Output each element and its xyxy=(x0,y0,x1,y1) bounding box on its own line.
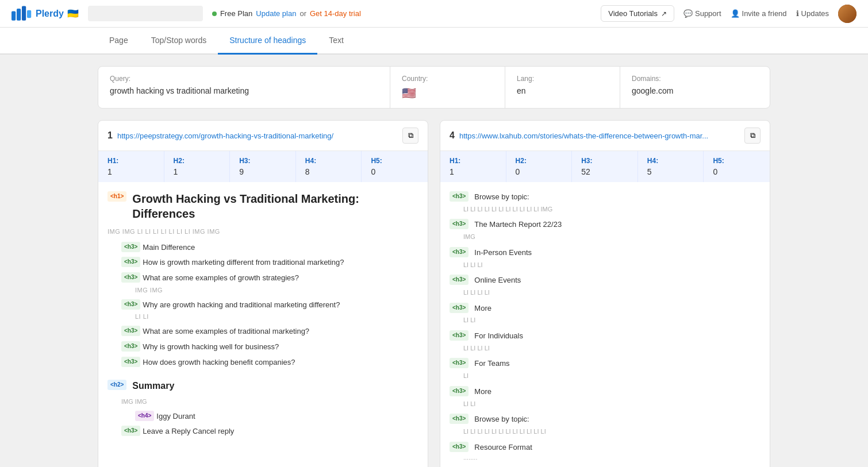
h1-text: Growth Hacking vs Traditional Marketing:… xyxy=(132,191,418,221)
h4-item-1: <h4> Iggy Durant xyxy=(135,411,418,423)
card-4-h-stats: H1: 1 H2: 0 H3: 52 H4: 5 H5: 0 xyxy=(440,151,770,182)
tab-structure[interactable]: Structure of headings xyxy=(218,28,317,55)
h3-last: <h3> Leave a Reply Cancel reply xyxy=(121,426,418,438)
country-label: Country: xyxy=(402,75,493,83)
card4-h3-9: <h3> Browse by topic: LI LI LI LI LI LI … xyxy=(450,414,761,437)
tab-text[interactable]: Text xyxy=(317,28,355,55)
trial-link[interactable]: Get 14-day trial xyxy=(310,9,361,18)
lang-text: en xyxy=(517,86,526,95)
query-text: growth hacking vs traditional marketing xyxy=(110,86,249,95)
support-link[interactable]: 💬 Support xyxy=(683,9,721,18)
logo[interactable]: Plerdy 🇺🇦 xyxy=(11,6,79,22)
invite-link[interactable]: 👤 Invite a friend xyxy=(731,9,787,18)
h3-item-7: <h3> How does growth hacking benefit com… xyxy=(121,357,418,369)
card4-h3-5: <h3> More LI LI xyxy=(450,303,761,326)
query-value: growth hacking vs traditional marketing xyxy=(110,86,378,95)
logo-text: Plerdy xyxy=(36,9,64,19)
h3-item-1: <h3> Main Difference xyxy=(121,242,418,254)
h3-item-6: <h3> Why is growth hacking well for busi… xyxy=(121,341,418,353)
tab-page[interactable]: Page xyxy=(98,28,140,55)
plan-info: Free Plan Update plan or Get 14-day tria… xyxy=(212,9,361,18)
card-1-url[interactable]: https://peepstrategy.com/growth-hacking-… xyxy=(117,132,398,140)
updates-icon: ℹ xyxy=(796,9,799,18)
card-1-copy-button[interactable]: ⧉ xyxy=(402,128,418,144)
card4-h2-stat: H2: 0 xyxy=(506,151,573,182)
svg-rect-3 xyxy=(27,10,31,18)
video-tutorials-label: Video Tutorials xyxy=(608,9,658,18)
card4-h5-stat: H5: 0 xyxy=(704,151,770,182)
domains-text: google.com xyxy=(632,86,673,95)
domains-section: Domains: google.com xyxy=(620,67,770,108)
cards-row: 1 https://peepstrategy.com/growth-hackin… xyxy=(98,120,770,467)
plan-text: Free Plan xyxy=(220,9,252,18)
h3-item-4: <h3> Why are growth hacking and traditio… xyxy=(107,299,418,322)
country-section: Country: 🇺🇸 xyxy=(390,67,505,108)
card-1-header: 1 https://peepstrategy.com/growth-hackin… xyxy=(98,121,428,151)
update-plan-link[interactable]: Update plan xyxy=(256,9,296,18)
country-flag: 🇺🇸 xyxy=(402,86,416,100)
svg-rect-1 xyxy=(17,9,21,21)
updates-link[interactable]: ℹ Updates xyxy=(796,9,829,18)
h3-item-5: <h3> What are some examples of tradition… xyxy=(121,326,418,338)
card-4-copy-button[interactable]: ⧉ xyxy=(744,128,761,144)
h1-tag: <h1> xyxy=(107,191,126,202)
support-label: Support xyxy=(695,9,721,18)
h4-stat: H4: 8 xyxy=(296,151,362,182)
copy-icon-4: ⧉ xyxy=(750,131,755,140)
card-1-content: <h1> Growth Hacking vs Traditional Marke… xyxy=(98,182,428,448)
domains-label: Domains: xyxy=(632,75,758,83)
h1-block: <h1> Growth Hacking vs Traditional Marke… xyxy=(107,191,418,237)
updates-label: Updates xyxy=(801,9,829,18)
h1-stat: H1: 1 xyxy=(98,151,164,182)
logo-icon xyxy=(11,6,32,22)
card4-h3-7: <h3> For Teams LI xyxy=(450,358,761,381)
copy-icon: ⧉ xyxy=(408,131,413,140)
invite-label: Invite a friend xyxy=(742,9,787,18)
h1-meta: IMG IMG LI LI LI LI LI LI LI IMG IMG xyxy=(107,227,418,237)
card-1-number: 1 xyxy=(107,130,113,141)
ukraine-flag: 🇺🇦 xyxy=(67,8,79,19)
card4-h3-2: <h3> The Martech Report 22/23 IMG xyxy=(450,219,761,242)
card4-h3-1: <h3> Browse by topic: LI LI LI LI LI LI … xyxy=(450,191,761,214)
h3-stat: H3: 9 xyxy=(230,151,296,182)
query-box: Query: growth hacking vs traditional mar… xyxy=(98,66,770,109)
lang-section: Lang: en xyxy=(505,67,620,108)
domains-value: google.com xyxy=(632,86,758,95)
or-text: or xyxy=(299,9,306,18)
card4-h3-8: <h3> More LI LI xyxy=(450,386,761,409)
video-tutorials-button[interactable]: Video Tutorials ↗ xyxy=(601,5,674,22)
card4-h3-stat: H3: 52 xyxy=(572,151,638,182)
invite-icon: 👤 xyxy=(731,9,740,18)
search-input[interactable] xyxy=(88,6,203,21)
card-4: 4 https://www.lxahub.com/stories/whats-t… xyxy=(440,120,770,467)
card4-h3-3: <h3> In-Person Events LI LI LI xyxy=(450,247,761,270)
card-1-h-stats: H1: 1 H2: 1 H3: 9 H4: 8 H5: 0 xyxy=(98,151,428,182)
main-content: Query: growth hacking vs traditional mar… xyxy=(0,55,868,467)
h5-stat: H5: 0 xyxy=(362,151,428,182)
svg-rect-2 xyxy=(22,6,26,20)
card-4-header: 4 https://www.lxahub.com/stories/whats-t… xyxy=(440,121,770,151)
h2-stat: H2: 1 xyxy=(164,151,231,182)
card-4-content: <h3> Browse by topic: LI LI LI LI LI LI … xyxy=(440,182,770,467)
support-icon: 💬 xyxy=(683,9,693,18)
h3-item-2: <h3> How is growth marketing different f… xyxy=(121,257,418,269)
lang-label: Lang: xyxy=(517,75,608,83)
card-4-number: 4 xyxy=(450,130,455,141)
query-section: Query: growth hacking vs traditional mar… xyxy=(98,67,390,108)
tab-topstop[interactable]: Top/Stop words xyxy=(140,28,218,55)
h3-item-3: <h3> What are some examples of growth st… xyxy=(107,272,418,295)
svg-rect-0 xyxy=(11,11,16,20)
query-label: Query: xyxy=(110,75,378,83)
country-value: 🇺🇸 xyxy=(402,86,493,100)
card4-h3-4: <h3> Online Events LI LI LI LI xyxy=(450,275,761,298)
avatar[interactable] xyxy=(838,5,857,23)
plan-dot xyxy=(212,11,217,16)
card-1: 1 https://peepstrategy.com/growth-hackin… xyxy=(98,120,428,467)
card-4-url[interactable]: https://www.lxahub.com/stories/whats-the… xyxy=(459,132,740,140)
card4-h4-stat: H4: 5 xyxy=(638,151,704,182)
card4-h3-10: <h3> Resource Format ········ xyxy=(450,442,761,465)
card4-h1-stat: H1: 1 xyxy=(440,151,506,182)
lang-value: en xyxy=(517,86,608,95)
h2-block: <h2> Summary IMG IMG xyxy=(107,374,418,407)
tab-navigation: Page Top/Stop words Structure of heading… xyxy=(0,28,868,55)
